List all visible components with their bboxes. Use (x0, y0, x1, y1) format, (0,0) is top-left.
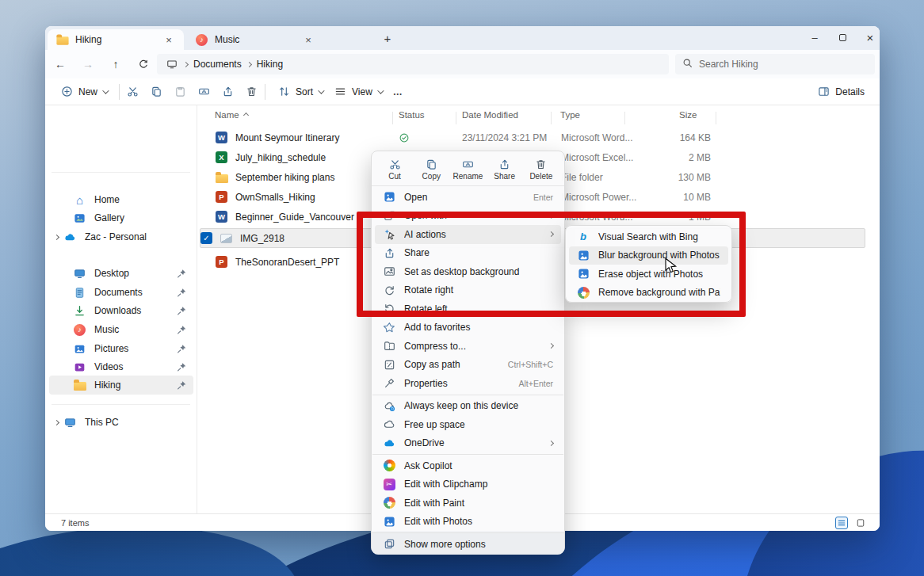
forward-icon[interactable]: → (78, 54, 98, 74)
file-date-modified: 23/11/2024 3:21 PM (462, 128, 547, 147)
file-row-mount-seymour-itinerary[interactable]: WMount Seymour Itinerary23/11/2024 3:21 … (197, 128, 879, 147)
sidebar-item-label: Pictures (94, 343, 128, 354)
share-button[interactable] (221, 85, 235, 98)
menu-item-edit-with-photos[interactable]: Edit with Photos (375, 513, 561, 532)
menu-item-label: Add to favorites (404, 322, 553, 333)
column-header-date-modified[interactable]: Date Modified (462, 110, 518, 120)
checkbox-checked-icon[interactable]: ✓ (200, 232, 212, 244)
sidebar-item-music[interactable]: ♪Music (49, 320, 193, 339)
pin-icon (176, 361, 187, 372)
new-button[interactable]: New (55, 81, 113, 103)
menu-item-open[interactable]: OpenEnter (375, 188, 561, 207)
menu-item-edit-with-clipchamp[interactable]: ✂Edit with Clipchamp (375, 475, 561, 494)
quick-action-cut[interactable]: Cut (378, 154, 411, 185)
menu-item-compress-to[interactable]: Compress to... (375, 337, 561, 356)
quick-action-delete[interactable]: Delete (525, 154, 558, 185)
menu-item-label: Properties (404, 378, 510, 389)
expand-chevron-icon[interactable] (49, 421, 63, 425)
up-icon[interactable]: ↑ (105, 54, 126, 74)
rename-button[interactable] (197, 85, 211, 98)
quick-action-label: Delete (529, 172, 552, 181)
sidebar-item-downloads[interactable]: Downloads (49, 301, 193, 320)
paste-button[interactable] (174, 85, 187, 98)
sidebar-item-label: Gallery (94, 212, 124, 223)
sidebar-item-label: Downloads (94, 305, 141, 316)
sidebar-item-hiking[interactable]: Hiking (49, 376, 193, 395)
sidebar-item-home[interactable]: ⌂Home (49, 190, 193, 209)
column-divider (716, 112, 716, 124)
refresh-icon[interactable] (133, 54, 154, 74)
cut-button[interactable] (126, 85, 139, 98)
menu-item-ask-copilot[interactable]: Ask Copilot (375, 456, 561, 475)
close-tab-icon[interactable]: × (301, 34, 315, 46)
details-label: Details (835, 86, 865, 97)
quick-action-share[interactable]: Share (488, 154, 521, 185)
delete-button[interactable] (245, 85, 258, 98)
quick-action-rename[interactable]: Rename (451, 154, 484, 185)
search-input[interactable] (699, 59, 857, 70)
quick-actions (126, 85, 258, 98)
menu-item-show-more-options[interactable]: Show more options (372, 532, 564, 555)
address-input[interactable]: Documents Hiking (157, 54, 669, 74)
sidebar-item-pictures[interactable]: Pictures (49, 339, 193, 358)
quick-action-copy[interactable]: Copy (414, 154, 448, 185)
sidebar-item-zac-personal[interactable]: Zac - Personal (49, 227, 193, 246)
expand-chevron-icon[interactable] (49, 235, 63, 239)
column-header-size[interactable]: Size (679, 110, 697, 120)
sidebar-item-videos[interactable]: Videos (49, 357, 193, 376)
file-name-cell: WMount Seymour Itinerary (215, 128, 339, 147)
column-header-name[interactable]: Name (215, 110, 248, 120)
details-pane-button[interactable]: Details (811, 81, 870, 103)
file-name: IMG_2918 (240, 233, 284, 244)
breadcrumb-hiking[interactable]: Hiking (257, 59, 283, 70)
menu-item-shortcut: Enter (533, 193, 553, 202)
pin-icon (176, 287, 187, 298)
file-size: 2 MB (641, 147, 711, 167)
details-pane-icon (817, 85, 830, 98)
search-box[interactable] (675, 54, 875, 74)
tab-music[interactable]: ♪ Music × (187, 29, 323, 50)
sidebar-item-label: Desktop (94, 268, 129, 279)
sidebar-item-gallery[interactable]: Gallery (49, 208, 193, 227)
copy-button[interactable] (150, 85, 163, 98)
new-tab-button[interactable]: + (378, 29, 397, 48)
column-header-status[interactable]: Status (399, 110, 425, 120)
videos-icon (73, 360, 86, 374)
sidebar-item-this-pc[interactable]: This PC (49, 413, 193, 432)
column-header-type[interactable]: Type (560, 110, 580, 120)
star-icon (383, 322, 395, 334)
menu-item-properties[interactable]: PropertiesAlt+Enter (375, 374, 561, 393)
plus-circle-icon (60, 85, 74, 98)
close-tab-icon[interactable]: × (162, 34, 176, 46)
tab-hiking[interactable]: Hiking × (48, 29, 184, 50)
details-view-toggle[interactable] (835, 517, 848, 529)
menu-item-free-up-space[interactable]: Free up space (375, 415, 561, 434)
sort-button[interactable]: Sort (272, 81, 328, 103)
sidebar-item-label: Documents (94, 287, 143, 298)
menu-item-add-to-favorites[interactable]: Add to favorites (375, 319, 561, 338)
view-button[interactable]: View (328, 81, 388, 103)
breadcrumb-documents[interactable]: Documents (193, 59, 242, 70)
more-button[interactable]: … (388, 81, 408, 103)
thumbnail-view-toggle[interactable] (854, 517, 867, 529)
pictures-icon (73, 342, 86, 356)
cloud-icon (383, 418, 395, 430)
menu-item-onedrive[interactable]: OneDrive (375, 434, 561, 453)
properties-icon (383, 377, 395, 389)
menu-item-copy-as-path[interactable]: Copy as pathCtrl+Shift+C (375, 356, 561, 375)
sidebar-item-desktop[interactable]: Desktop (49, 264, 193, 283)
sidebar-item-documents[interactable]: Documents (49, 283, 193, 302)
menu-item-always-keep-on-this-device[interactable]: Always keep on this device (375, 397, 561, 416)
document-icon (73, 286, 86, 299)
items-count: 7 items (61, 518, 89, 528)
breadcrumb-separator-icon (246, 61, 252, 67)
column-divider (624, 112, 625, 124)
menu-item-label: Ask Copilot (404, 460, 553, 471)
column-divider (392, 112, 393, 124)
menu-item-edit-with-paint[interactable]: Edit with Paint (375, 494, 561, 513)
copy-path-icon (383, 359, 395, 371)
menu-item-shortcut: Ctrl+Shift+C (508, 360, 553, 369)
cloud-check-icon (383, 400, 395, 412)
close-button[interactable]: × (853, 26, 888, 49)
back-icon[interactable]: ← (50, 54, 71, 74)
